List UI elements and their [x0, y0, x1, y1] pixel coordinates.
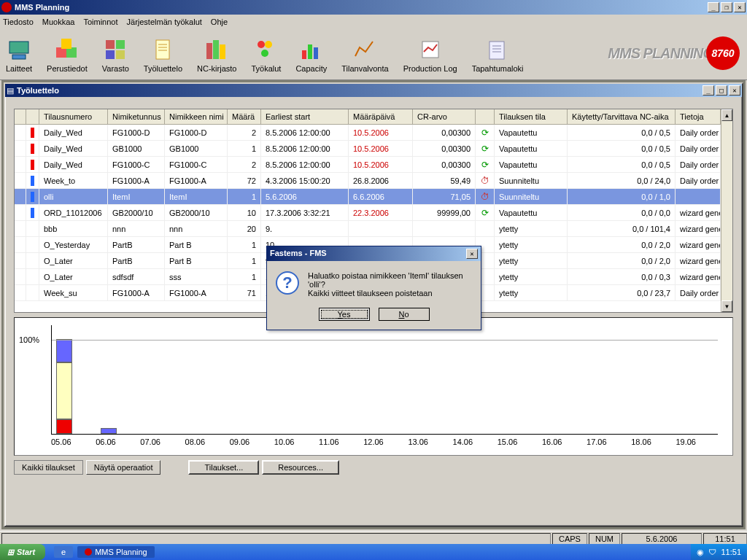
taskbar: ⊞ Start e MMS Planning ◉ 🛡 11:51 [0, 544, 747, 560]
svg-point-17 [265, 41, 272, 48]
toolbar-productionlog[interactable]: Production Log [403, 36, 457, 73]
toolbar: Laitteet Perustiedot Varasto Työluettelo… [0, 29, 747, 80]
maximize-button[interactable]: ❐ [721, 2, 732, 12]
tab-all-orders[interactable]: Kaikki tilaukset [14, 460, 83, 475]
question-icon: ? [276, 271, 299, 295]
toolbar-nckirjasto[interactable]: NC-kirjasto [197, 36, 236, 73]
table-row[interactable]: Daily_WedGB1000GB100018.5.2006 12:00:001… [15, 141, 721, 157]
chart-x-tick: 11.06 [319, 438, 339, 446]
svg-point-16 [258, 41, 265, 48]
dialog-close-button[interactable]: ✕ [466, 249, 478, 259]
taskbar-app-mmsplanning[interactable]: MMS Planning [77, 546, 155, 558]
svg-rect-0 [9, 42, 28, 53]
refresh-icon: ⟳ [480, 208, 489, 218]
minimize-button[interactable]: _ [708, 2, 719, 12]
table-row[interactable]: ORD_11012006GB2000/10GB2000/101017.3.200… [15, 205, 721, 221]
toolbar-capacity[interactable]: Capacity [295, 36, 327, 73]
grid-header-nimiketunnus[interactable]: Nimiketunnus [108, 109, 165, 124]
dialog-no-button[interactable]: No [379, 308, 430, 321]
svg-rect-3 [66, 47, 77, 58]
scroll-track[interactable] [721, 121, 732, 300]
dialog-yes-button[interactable]: Yes [319, 308, 370, 321]
grid-header-ncaika[interactable]: Käytetty/Tarvittava NC-aika [568, 109, 676, 124]
toolbar-laitteet[interactable]: Laitteet [6, 36, 32, 73]
toolbar-tilanvalvonta[interactable]: Tilanvalvonta [341, 36, 388, 73]
subwin-maximize-button[interactable]: □ [716, 85, 727, 96]
nc-library-icon [204, 36, 230, 63]
orders-button[interactable]: Tilaukset... [188, 460, 259, 475]
svg-rect-5 [106, 40, 115, 49]
scroll-up-button[interactable]: ▲ [721, 109, 732, 121]
tray-clock: 11:51 [721, 548, 741, 556]
svg-rect-19 [302, 50, 306, 59]
grid-header-crarvo[interactable]: CR-arvo [413, 109, 476, 124]
eventlog-icon [484, 36, 511, 63]
grid-header-maarapaiva[interactable]: Määräpäivä [349, 109, 413, 124]
tab-show-operations[interactable]: Näytä operaatiot [86, 460, 161, 475]
refresh-icon: ⟳ [480, 144, 489, 154]
tray-icon-2[interactable]: 🛡 [708, 548, 716, 556]
grid-header-tilausnumero[interactable]: Tilausnumero [39, 109, 108, 124]
clock-icon: ⏱ [480, 176, 489, 186]
menu-jarjestelman[interactable]: Järjestelmän työkalut [127, 18, 202, 26]
menu-tiedosto[interactable]: Tiedosto [3, 18, 34, 26]
svg-rect-15 [220, 44, 225, 59]
table-row[interactable]: Daily_WedFG1000-DFG1000-D28.5.2006 12:00… [15, 125, 721, 141]
chart-x-tick: 16.06 [542, 438, 562, 446]
svg-rect-9 [156, 40, 169, 59]
subwin-close-button[interactable]: ✕ [729, 85, 740, 96]
menu-muokkaa[interactable]: Muokkaa [42, 18, 75, 26]
menu-toiminnot[interactable]: Toiminnot [83, 18, 117, 26]
status-caps: CAPS [552, 533, 587, 545]
grid-header-maara[interactable]: Määrä [228, 109, 261, 124]
svg-rect-4 [61, 39, 71, 49]
grid-header-earlieststart[interactable]: Earliest start [261, 109, 349, 124]
chart-x-tick: 06.06 [96, 438, 116, 446]
scroll-down-button[interactable]: ▼ [721, 300, 732, 312]
toolbar-varasto[interactable]: Varasto [102, 36, 129, 73]
grid-header-statusicon[interactable] [476, 109, 495, 124]
status-date: 5.6.2006 [622, 533, 702, 545]
grid-header-nimikkeennimi[interactable]: Nimikkeen nimi [165, 109, 228, 124]
tray-icon-1[interactable]: ◉ [697, 548, 704, 557]
chart-x-tick: 13.06 [408, 438, 428, 446]
prodlog-icon [417, 36, 444, 63]
boxes-icon [54, 36, 80, 63]
grid-header-tietoja[interactable]: Tietoja [676, 109, 721, 124]
list-icon: ▤ [7, 86, 14, 96]
toolbar-tyokalut[interactable]: Työkalut [251, 36, 281, 73]
ie-icon: e [61, 548, 66, 556]
svg-point-18 [261, 50, 268, 57]
close-button[interactable]: ✕ [734, 2, 746, 12]
grid-header-tilauksentila[interactable]: Tilauksen tila [495, 109, 568, 124]
chart-x-tick: 15.06 [498, 438, 518, 446]
start-button[interactable]: ⊞ Start [0, 544, 45, 560]
priority-marker [31, 176, 34, 186]
app-titlebar: MMS Planning _ ❐ ✕ [0, 0, 747, 15]
toolbar-tyoluettelo[interactable]: Työluettelo [144, 36, 182, 73]
menu-ohje[interactable]: Ohje [211, 18, 228, 26]
chart-bar [101, 428, 117, 434]
grid-header-indicator[interactable] [15, 109, 26, 124]
toolbar-tapahtumaloki[interactable]: Tapahtumaloki [472, 36, 524, 73]
table-row[interactable]: Week_toFG1000-AFG1000-A724.3.2006 15:00:… [15, 173, 721, 189]
chart-x-tick: 10.06 [274, 438, 295, 446]
quicklaunch-ie[interactable]: e [54, 546, 73, 558]
toolbar-perustiedot[interactable]: Perustiedot [47, 36, 88, 73]
worklist-icon [150, 36, 176, 63]
svg-rect-8 [116, 50, 125, 59]
resources-button[interactable]: Resources... [262, 460, 339, 475]
priority-marker [31, 192, 34, 202]
chart-y-label: 100% [19, 335, 39, 344]
svg-rect-13 [206, 43, 212, 59]
grid-scrollbar[interactable]: ▲ ▼ [721, 109, 732, 312]
svg-rect-2 [56, 47, 66, 58]
chart-x-tick: 18.06 [631, 438, 651, 446]
table-row[interactable]: Daily_WedFG1000-CFG1000-C28.5.2006 12:00… [15, 157, 721, 173]
subwin-minimize-button[interactable]: _ [703, 85, 714, 96]
refresh-icon: ⟳ [480, 160, 489, 170]
system-tray[interactable]: ◉ 🛡 11:51 [691, 544, 747, 560]
grid-header-marker[interactable] [26, 109, 39, 124]
table-row[interactable]: olliItemIItemI15.6.20066.6.200671,05⏱Suu… [15, 189, 721, 205]
table-row[interactable]: bbbnnnnnn209.ytetty0,0 / 101,4wizard gen… [15, 221, 721, 237]
